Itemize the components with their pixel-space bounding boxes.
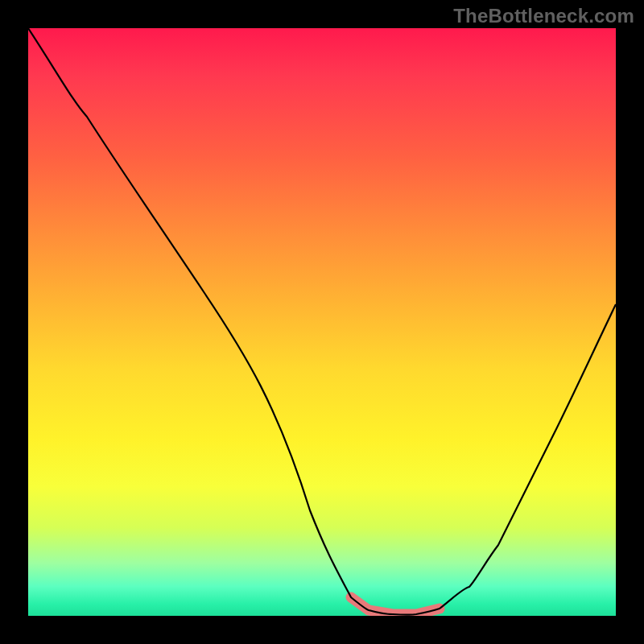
- bottleneck-curve: [28, 28, 616, 615]
- chart-svg: [28, 28, 616, 616]
- chart-frame: TheBottleneck.com: [0, 0, 644, 644]
- plot-area: [28, 28, 616, 616]
- watermark-text: TheBottleneck.com: [453, 5, 634, 27]
